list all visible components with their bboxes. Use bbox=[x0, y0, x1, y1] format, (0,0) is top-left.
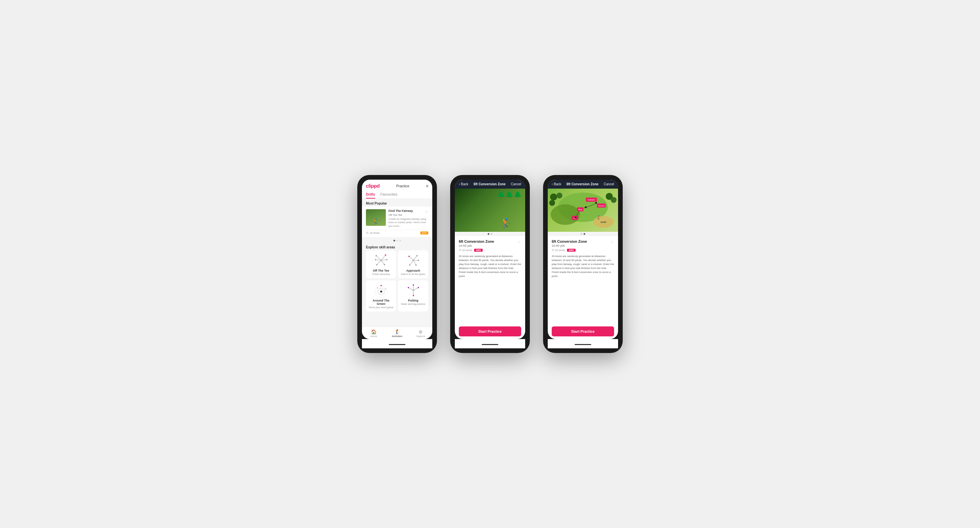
skill-off-the-tee[interactable]: Off The Tee Power accuracy bbox=[366, 250, 396, 278]
svg-line-2 bbox=[381, 255, 385, 260]
svg-point-24 bbox=[380, 290, 382, 293]
trees-emoji: 🌲🌲🌲 bbox=[497, 190, 522, 198]
svg-point-11 bbox=[376, 264, 377, 265]
map-svg: Hit Miss FAIRWAY ROUGH SAND 🏌️ bbox=[548, 188, 618, 232]
dot-3 bbox=[399, 240, 401, 241]
svg-line-33 bbox=[408, 287, 414, 290]
skill-approach[interactable]: Approach Dial-in to hit the green bbox=[398, 250, 428, 278]
clock-icon-2: ⏱ bbox=[459, 249, 461, 252]
back-button-2[interactable]: ‹ Back bbox=[459, 182, 468, 186]
tabs-bar: Drills Favourites bbox=[362, 191, 432, 199]
golfer-emoji: 🏌️ bbox=[500, 217, 512, 228]
skill-name-ott: Off The Tee bbox=[373, 269, 389, 272]
svg-point-10 bbox=[384, 264, 385, 265]
most-popular-title: Most Popular bbox=[362, 199, 432, 207]
svg-line-14 bbox=[409, 256, 414, 260]
clock-icon-3: ⏱ bbox=[552, 249, 554, 252]
svg-point-36 bbox=[413, 295, 414, 296]
detail-header-title-2: 6ft Conversion Zone bbox=[473, 182, 506, 186]
cancel-button-2[interactable]: Cancel bbox=[511, 182, 521, 186]
svg-line-15 bbox=[414, 256, 417, 260]
favourite-icon[interactable]: ☆ bbox=[425, 209, 428, 214]
image-dots-2 bbox=[455, 232, 525, 236]
skill-around-green[interactable]: Around The Green Hone your short game bbox=[366, 280, 396, 311]
home-bar-3 bbox=[548, 339, 618, 348]
card-text: Find The Fairway Off The Tee Create an i… bbox=[388, 209, 428, 228]
skill-putting[interactable]: Putting Make and lag practice bbox=[398, 280, 428, 311]
tab-favourites[interactable]: Favourites bbox=[380, 191, 398, 199]
explore-title: Explore skill areas bbox=[362, 243, 432, 250]
nav-activities[interactable]: 🏌 Activities bbox=[385, 327, 409, 339]
golfer-image bbox=[366, 209, 386, 226]
svg-point-19 bbox=[408, 256, 410, 257]
back-button-3[interactable]: ‹ Back bbox=[552, 182, 561, 186]
app-logo: clippd bbox=[366, 183, 380, 188]
drill-range-3: 10-50 yds bbox=[552, 244, 611, 247]
nav-activities-label: Activities bbox=[392, 335, 402, 338]
detail-body-3: 6ft Conversion Zone 10-50 yds ☆ ⏱ 20 sho… bbox=[548, 236, 618, 324]
svg-point-46 bbox=[611, 197, 617, 203]
menu-icon[interactable]: ≡ bbox=[426, 183, 428, 188]
svg-point-44 bbox=[549, 200, 555, 206]
screen-3: ‹ Back 6ft Conversion Zone Cancel bbox=[548, 180, 618, 339]
svg-line-3 bbox=[381, 260, 387, 260]
svg-point-40 bbox=[551, 204, 580, 225]
svg-point-27 bbox=[380, 285, 382, 286]
shots-label-2: ⏱ 20 shots bbox=[459, 249, 472, 252]
svg-text:FAIRWAY: FAIRWAY bbox=[587, 199, 595, 201]
skills-grid: Off The Tee Power accuracy bbox=[362, 250, 432, 314]
card-description: Create an imaginary fairway using trees … bbox=[388, 217, 428, 228]
fav-icon-2[interactable]: ☆ bbox=[517, 239, 521, 244]
skill-desc-putting: Make and lag practice bbox=[401, 303, 425, 306]
home-bar bbox=[362, 339, 432, 348]
arg-badge-3: ARG bbox=[567, 249, 576, 252]
svg-text:ROUGH: ROUGH bbox=[598, 205, 605, 207]
shots-row-2: ⏱ 20 shots ARG bbox=[459, 249, 521, 252]
bottom-nav: 🏠 Home 🏌 Activities ⊕ Capture bbox=[362, 327, 432, 339]
shots-row-3: ⏱ 20 shots ARG bbox=[552, 249, 614, 252]
back-chevron-2: ‹ bbox=[459, 182, 460, 186]
detail-body-2: 6ft Conversion Zone 10-50 yds ☆ ⏱ 20 sho… bbox=[455, 236, 525, 324]
image-dots-3 bbox=[548, 232, 618, 236]
svg-point-22 bbox=[415, 264, 417, 266]
svg-point-37 bbox=[408, 287, 409, 288]
skill-desc-ott: Power accuracy bbox=[372, 273, 390, 276]
nav-home[interactable]: 🏠 Home bbox=[362, 327, 385, 339]
ott-badge: OTT bbox=[420, 231, 428, 234]
drill-map-3: Hit Miss FAIRWAY ROUGH SAND 🏌️ bbox=[548, 188, 618, 232]
start-practice-button-2[interactable]: Start Practice bbox=[459, 326, 521, 337]
home-icon: 🏠 bbox=[371, 329, 377, 334]
nav-capture-label: Capture bbox=[416, 335, 425, 338]
svg-point-29 bbox=[377, 287, 378, 289]
card-title: Find The Fairway bbox=[388, 209, 428, 213]
featured-card[interactable]: ☆ Find The Fairway Off The Tee Create an… bbox=[362, 207, 432, 237]
drill-photo-2: 🌲🌲🌲 🏌️ bbox=[455, 188, 525, 232]
skill-name-approach: Approach bbox=[406, 269, 420, 272]
svg-point-28 bbox=[385, 288, 386, 290]
putting-icon bbox=[405, 283, 422, 298]
drill-range-2: 10-50 yds bbox=[459, 244, 517, 247]
phone-2: ‹ Back 6ft Conversion Zone Cancel 🌲🌲🌲 🏌️… bbox=[450, 175, 530, 353]
img-dot-1-2 bbox=[488, 233, 489, 235]
nav-home-label: Home bbox=[370, 335, 377, 338]
svg-point-21 bbox=[418, 260, 419, 261]
dot-2 bbox=[396, 240, 398, 241]
start-practice-button-3[interactable]: Start Practice bbox=[552, 326, 614, 337]
fav-icon-3[interactable]: ☆ bbox=[611, 239, 614, 244]
skill-desc-approach: Dial-in to hit the green bbox=[401, 273, 425, 276]
skill-desc-atg: Hone your short game bbox=[369, 306, 393, 309]
svg-point-35 bbox=[413, 284, 414, 286]
svg-point-12 bbox=[375, 259, 376, 260]
tab-drills[interactable]: Drills bbox=[366, 191, 375, 199]
detail-header-3: ‹ Back 6ft Conversion Zone Cancel bbox=[548, 180, 618, 188]
svg-point-23 bbox=[409, 264, 410, 266]
svg-point-57 bbox=[574, 217, 576, 218]
svg-point-38 bbox=[418, 287, 419, 288]
cancel-button-3[interactable]: Cancel bbox=[604, 182, 614, 186]
card-subtitle: Off The Tee bbox=[388, 214, 428, 217]
drills-content: Most Popular ☆ Find The Fairway Off The … bbox=[362, 199, 432, 327]
phone-3: ‹ Back 6ft Conversion Zone Cancel bbox=[543, 175, 623, 353]
svg-point-42 bbox=[550, 194, 557, 201]
nav-capture[interactable]: ⊕ Capture bbox=[409, 327, 432, 339]
svg-line-34 bbox=[414, 287, 418, 290]
